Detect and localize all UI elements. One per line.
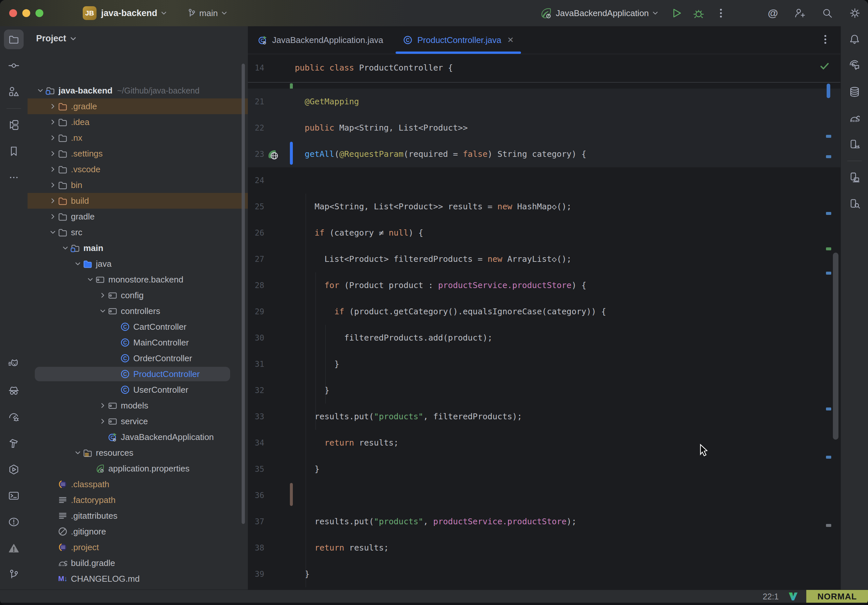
close-tab-icon[interactable]: ✕ [507,36,514,45]
tree-item--gitattributes[interactable]: .gitattributes [28,508,248,524]
vcs-branch-widget[interactable]: main [186,8,228,19]
chevron-down-icon[interactable] [69,34,78,43]
chevron-down-icon[interactable] [61,244,69,252]
tool-notifications-bell-button[interactable] [845,29,864,49]
tab-options-kebab-icon[interactable] [819,34,831,45]
tool-project-folder-button[interactable] [4,29,24,49]
tree-item--idea[interactable]: .idea [28,114,248,130]
chevron-right-icon[interactable] [49,197,57,205]
tree-item-build[interactable]: build [28,193,248,209]
chevron-down-icon[interactable] [99,307,107,315]
tool-commit-button[interactable] [4,56,24,76]
editor-scrollbar[interactable] [833,253,839,439]
tree-item--gradle[interactable]: .gradle [28,98,248,114]
code-row-36[interactable]: 36 [248,482,840,509]
ai-assistant-at-icon[interactable]: @ [768,7,778,19]
tree-item-java-backend[interactable]: java-backend~/Github/java-backend [28,83,248,98]
tool-device-mirror-button[interactable] [845,168,864,187]
chevron-right-icon[interactable] [49,181,57,189]
code-row-33[interactable]: 33 results.put("products", filteredProdu… [248,404,840,430]
tree-item-bin[interactable]: bin [28,177,248,193]
tree-item-monostore-backend[interactable]: monostore.backend [28,272,248,288]
chevron-right-icon[interactable] [49,150,57,158]
tab-javabackendapplication-java[interactable]: CJavaBackendApplication.java [248,26,393,54]
tree-item-gradle[interactable]: gradle [28,209,248,224]
chevron-down-icon[interactable] [49,228,57,236]
chevron-down-icon[interactable] [36,87,44,94]
chevron-right-icon[interactable] [49,102,57,110]
chevron-right-icon[interactable] [99,291,107,299]
editor[interactable]: CJavaBackendApplication.javaCProductCont… [248,26,840,590]
debug-button[interactable] [693,7,705,19]
tool-build-hammer-button[interactable] [4,433,24,453]
tool-bookmarks-button[interactable] [4,141,24,161]
tree-item--factorypath[interactable]: .factorypath [28,492,248,508]
tool-more-button[interactable] [4,168,24,187]
code-row-25[interactable]: 25 Map<String, List<Product>> results = … [248,193,840,220]
spring-endpoint-globe-icon[interactable] [267,149,279,161]
tool-structure-shapes-button[interactable] [4,82,24,102]
tool-services-button[interactable] [4,460,24,479]
tree-item-changelog-md[interactable]: M↓CHANGELOG.md [28,571,248,586]
tree-item-build-gradle[interactable]: build.gradle [28,555,248,571]
chevron-down-icon[interactable] [651,9,659,17]
tree-item--project[interactable]: .project [28,539,248,555]
zoom-window-button[interactable] [36,9,43,17]
tool-warnings-button[interactable] [4,538,24,558]
caret-position-widget[interactable]: 22:1 [763,592,779,601]
tool-speed-cat-button[interactable] [4,355,24,374]
tree-item-service[interactable]: service [28,413,248,429]
code-row-26[interactable]: 26 if (category ≠ null) { [248,220,840,246]
tree-item-java[interactable]: java [28,256,248,272]
tool-ai-assistant-chat-button[interactable] [845,56,864,76]
tool-git-branch-button[interactable] [4,565,24,584]
tree-item-models[interactable]: models [28,398,248,413]
search-icon[interactable] [822,7,833,19]
tree-item-productcontroller[interactable]: CProductController [28,366,248,382]
tool-tool-windows-button[interactable] [4,115,24,135]
chevron-right-icon[interactable] [49,118,57,126]
tool-terminal-button[interactable] [4,486,24,506]
code-row-22[interactable]: 22 public Map<String, List<Product>> [248,115,840,141]
code-row-30[interactable]: 30 filteredProducts.add(product); [248,325,840,351]
more-actions-kebab-icon[interactable] [715,7,727,19]
inspections-ok-check-icon[interactable] [819,60,830,71]
tree-item-main[interactable]: main [28,240,248,256]
tree-item-maincontroller[interactable]: CMainController [28,335,248,350]
tree-item-cartcontroller[interactable]: CCartController [28,319,248,335]
project-name-dropdown[interactable]: java-backend [101,8,157,19]
chevron-down-icon[interactable] [86,275,94,283]
tool-database-button[interactable] [845,82,864,102]
tree-item--settings[interactable]: .settings [28,145,248,161]
code-row-28[interactable]: 28 for (Product product : productService… [248,272,840,299]
code-row-32[interactable]: 32 } [248,377,840,404]
minimize-window-button[interactable] [22,9,30,17]
code-row-34[interactable]: 34 return results; [248,430,840,456]
tool-running-devices-button[interactable] [845,135,864,154]
tool-incognito-button[interactable] [4,381,24,401]
tree-item-ordercontroller[interactable]: COrderController [28,350,248,366]
chevron-right-icon[interactable] [99,402,107,410]
code-row-35[interactable]: 35 } [248,456,840,482]
tree-item-gradlew[interactable]: gradlew [28,586,248,590]
chevron-right-icon[interactable] [99,417,107,425]
tree-item--nx[interactable]: .nx [28,130,248,145]
tool-problems-button[interactable] [4,512,24,532]
ideavim-icon[interactable] [788,591,798,602]
code-row-31[interactable]: 31 } [248,351,840,377]
project-panel-title[interactable]: Project [36,34,66,43]
tool-profiler-button[interactable] [4,407,24,427]
chevron-right-icon[interactable] [49,166,57,173]
code-row-23[interactable]: 23 getAll(@RequestParam(required = false… [248,141,840,167]
tree-item--classpath[interactable]: .classpath [28,477,248,492]
tree-item-resources[interactable]: resources [28,445,248,461]
code-row-29[interactable]: 29 if (product.getCategory().equalsIgnor… [248,299,840,325]
tree-item-config[interactable]: config [28,288,248,303]
chevron-down-icon[interactable] [160,9,168,17]
tree-item-usercontroller[interactable]: CUserController [28,382,248,398]
tab-productcontroller-java[interactable]: CProductController.java✕ [393,26,524,54]
tree-item-javabackendapplication[interactable]: CJavaBackendApplication [28,429,248,445]
tool-gradle-elephant-button[interactable] [845,108,864,128]
tree-item--vscode[interactable]: .vscode [28,161,248,177]
vim-mode-badge[interactable]: NORMAL [806,590,868,603]
